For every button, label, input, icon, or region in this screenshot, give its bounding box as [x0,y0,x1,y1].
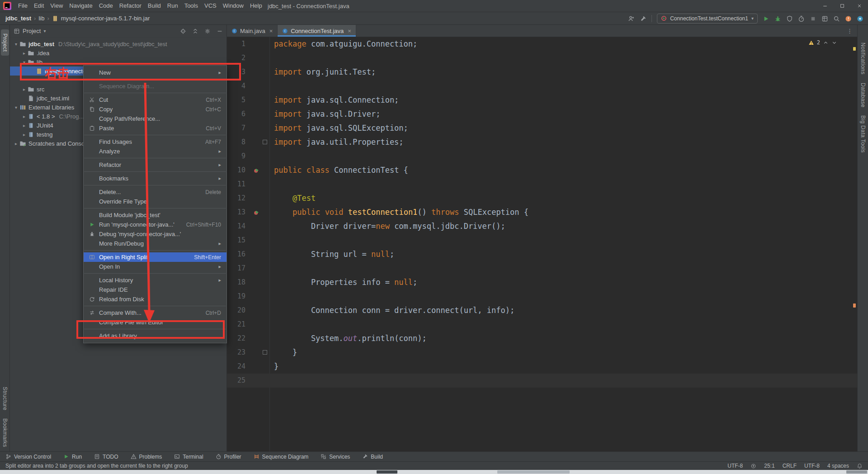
code-text[interactable]: import java.sql.Driver; [269,107,380,121]
line-number[interactable]: 14 [227,219,251,233]
code-text[interactable]: System.out.println(conn); [269,332,427,346]
line-number[interactable]: 8 [227,135,251,149]
code-line[interactable]: 6import java.sql.Driver; [227,107,857,121]
badge-teal-button[interactable] [857,14,863,22]
code-line[interactable]: 3import org.junit.Test; [227,65,857,79]
menu-window[interactable]: Window [220,2,247,9]
debug-button[interactable] [774,14,781,22]
line-number[interactable]: 9 [227,149,251,163]
code-line[interactable]: 15 [227,233,857,247]
code-text[interactable] [269,374,274,388]
status-widget[interactable]: 4 spaces [827,463,849,469]
code-text[interactable]: package com.atguigu.Connection; [269,37,417,51]
menu-run[interactable]: Run [164,2,181,9]
tree-chevron-icon[interactable]: ▸ [21,87,28,92]
code-line[interactable]: 1package com.atguigu.Connection; [227,37,857,51]
line-number[interactable]: 3 [227,65,251,79]
menu-item-analyze[interactable]: Analyze▸ [84,147,226,156]
toolwindow-version-control[interactable]: Version Control [5,454,51,460]
tool-stripe-bookmarks[interactable]: Bookmarks [1,414,9,451]
gear-icon[interactable] [204,28,211,34]
menu-item-new[interactable]: New▸ [84,68,226,77]
menu-item-more-run-debug[interactable]: More Run/Debug▸ [84,239,226,248]
line-number[interactable]: 21 [227,318,251,332]
code-text[interactable]: import java.util.Properties; [269,135,404,149]
minimize-button[interactable] [816,0,834,12]
code-text[interactable]: public void testConnection1() throws SQL… [269,205,528,219]
tree-chevron-icon[interactable]: ▾ [21,60,28,65]
menu-item-override-file-type[interactable]: Override File Type [84,197,226,206]
code-text[interactable]: import java.sql.SQLException; [269,121,408,135]
tree-chevron-icon[interactable]: ▾ [13,105,19,110]
minus-icon[interactable] [217,28,223,34]
run-button[interactable] [763,14,769,22]
line-number[interactable]: 20 [227,303,251,318]
run-configuration-select[interactable]: ConnectionTest.testConnection1▾ [657,14,758,24]
menu-item-reload-from-disk[interactable]: Reload from Disk [84,294,226,304]
code-line[interactable]: 21 [227,318,857,332]
profiler-button[interactable] [798,14,805,22]
status-widget[interactable]: UTF-8 [727,463,743,469]
line-number[interactable]: 4 [227,79,251,93]
menu-item-open-in[interactable]: Open In▸ [84,262,226,271]
menu-code[interactable]: Code [96,2,116,9]
code-text[interactable]: @Test [269,191,316,205]
line-number[interactable]: 16 [227,247,251,261]
line-number[interactable]: 22 [227,332,251,346]
menu-item-run-mysql-connector-java-[interactable]: Run 'mysql-connector-java...'Ctrl+Shift+… [84,220,226,229]
line-number[interactable]: 15 [227,233,251,247]
locate-icon[interactable] [180,28,186,34]
code-line[interactable]: 18 Properties info = null; [227,275,857,289]
status-widget[interactable]: UTF-8 [804,463,820,469]
code-line[interactable]: 12 @Test [227,191,857,205]
tree-chevron-icon[interactable]: ▸ [21,132,28,137]
update-orange-button[interactable] [845,14,852,22]
code-editor[interactable]: 2 1package com.atguigu.Connection;23impo… [227,37,857,451]
stripe-mark-warning[interactable] [853,303,856,308]
toolwindow-profiler[interactable]: Profiler [216,454,241,460]
menu-navigate[interactable]: Navigate [66,2,95,9]
code-line[interactable]: 17 [227,261,857,275]
code-text[interactable] [269,79,274,93]
tree-chevron-icon[interactable]: ▸ [21,114,28,119]
user-plus-button[interactable] [628,14,635,22]
code-text[interactable]: import java.sql.Connection; [269,93,399,107]
editor-tab-main-java[interactable]: CMain.java× [227,25,278,37]
search-button[interactable] [833,14,840,22]
code-text[interactable] [269,51,274,65]
menu-item-local-history[interactable]: Local History▸ [84,275,226,285]
line-number[interactable]: 18 [227,275,251,289]
status-widget[interactable]: CRLF [783,463,797,469]
code-text[interactable]: Driver driver=new com.mysql.jdbc.Driver(… [269,219,505,233]
stop-button[interactable] [810,14,816,22]
chevron-down-icon[interactable]: ▾ [43,28,46,33]
line-number[interactable]: 19 [227,289,251,303]
editor-tab-connectiontest-java[interactable]: CConnectionTest.java× [278,25,356,37]
taskbar-clock[interactable] [846,470,867,474]
collapse-icon[interactable] [192,28,198,34]
fold-marker-icon[interactable] [263,350,267,355]
menu-item-repair-ide[interactable]: Repair IDE [84,285,226,294]
breadcrumb-item[interactable]: jdbc_test [5,15,32,22]
menu-help[interactable]: Help [247,2,265,9]
toolwindow-services[interactable]: Services [321,454,350,460]
menu-item-copy-path-reference-[interactable]: Copy Path/Reference... [84,114,226,123]
menu-item-delete-[interactable]: Delete...Delete [84,187,226,197]
breadcrumb-item[interactable]: mysql-connector-java-5.1.7-bin.jar [60,15,151,22]
code-line[interactable]: 19 [227,289,857,303]
menu-item-debug-mysql-connector-java-[interactable]: Debug 'mysql-connector-java...' [84,229,226,239]
code-line[interactable]: 13 public void testConnection1() throws … [227,205,857,219]
tool-stripe-big-data-tools[interactable]: Big Data Tools [859,111,867,157]
prev-issue-icon[interactable] [823,40,829,46]
toolwindow-todo[interactable]: TODO [94,454,118,460]
line-number[interactable]: 24 [227,360,251,374]
code-text[interactable]: } [269,360,278,374]
code-text[interactable]: import org.junit.Test; [269,65,376,79]
code-line[interactable]: 7import java.sql.SQLException; [227,121,857,135]
menu-item-open-in-right-split[interactable]: Open in Right SplitShift+Enter [84,252,226,262]
code-text[interactable] [269,177,274,191]
tool-stripe-database[interactable]: Database [859,79,867,112]
line-number[interactable]: 7 [227,121,251,135]
menu-view[interactable]: View [47,2,66,9]
run-gutter[interactable] [251,205,261,219]
